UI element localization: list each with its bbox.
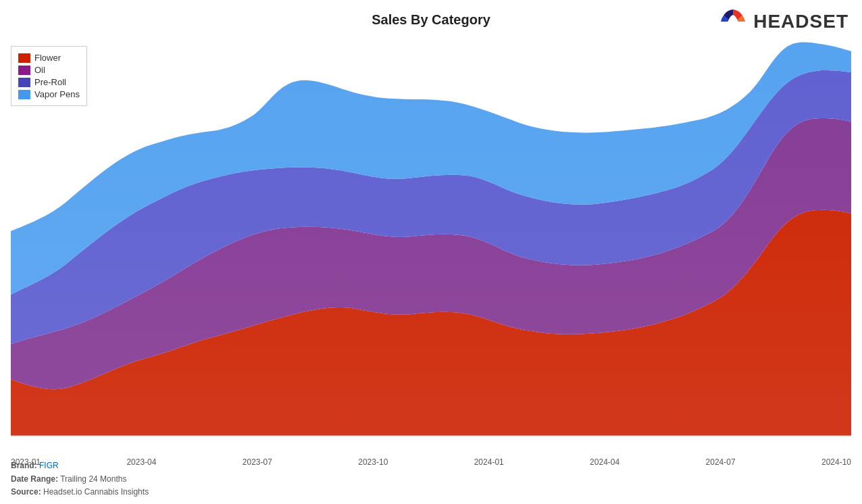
footer-date: Date Range: Trailing 24 Months — [11, 473, 149, 486]
source-label: Source: — [11, 487, 41, 497]
x-label-3: 2023-10 — [358, 457, 388, 467]
logo-area: HEADSET — [718, 7, 848, 36]
date-label: Date Range: — [11, 474, 58, 484]
x-label-4: 2024-01 — [474, 457, 504, 467]
source-value: Headset.io Cannabis Insights — [43, 487, 149, 497]
brand-value: FIGR — [39, 461, 59, 470]
footer-info: Brand: FIGR Date Range: Trailing 24 Mont… — [11, 459, 149, 499]
x-label-7: 2024-10 — [821, 457, 851, 467]
date-value: Trailing 24 Months — [60, 474, 126, 484]
footer-source: Source: Headset.io Cannabis Insights — [11, 486, 149, 499]
x-label-5: 2024-04 — [590, 457, 619, 467]
svg-point-1 — [728, 17, 738, 26]
chart-container: HEADSET Sales By Category Flower Oil Pre… — [0, 0, 862, 504]
brand-label: Brand: — [11, 461, 37, 470]
logo-text: HEADSET — [753, 11, 848, 32]
footer-brand: Brand: FIGR — [11, 459, 149, 472]
x-label-6: 2024-07 — [706, 457, 736, 467]
chart-svg — [11, 41, 851, 450]
headset-logo-icon — [718, 7, 748, 36]
x-label-2: 2023-07 — [243, 457, 272, 467]
chart-area — [11, 41, 851, 450]
